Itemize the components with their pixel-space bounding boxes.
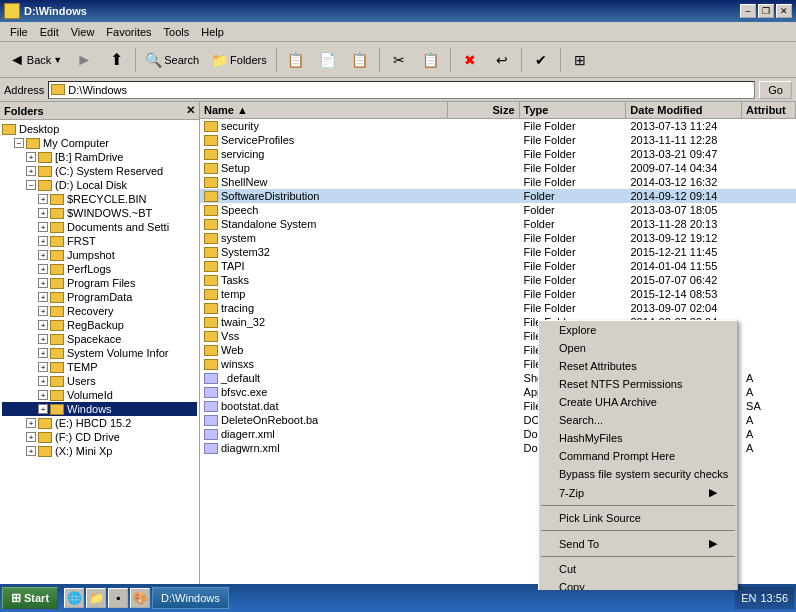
file-row[interactable]: Speech Folder 2013-03-07 18:05: [200, 203, 796, 217]
taskbar-icon-4[interactable]: 🎨: [130, 588, 150, 608]
back-button[interactable]: ◄ Back ▼: [4, 45, 67, 75]
tree-expand-btn[interactable]: +: [38, 306, 48, 316]
tree-expand-btn[interactable]: +: [38, 236, 48, 246]
context-menu-item[interactable]: Search...: [539, 411, 737, 429]
context-menu-item[interactable]: Create UHA Archive: [539, 393, 737, 411]
menu-edit[interactable]: Edit: [34, 24, 65, 40]
file-row[interactable]: tracing File Folder 2013-09-07 02:04: [200, 301, 796, 315]
context-menu-item[interactable]: Pick Link Source: [539, 509, 737, 527]
context-menu-item[interactable]: Cut: [539, 560, 737, 578]
file-row[interactable]: security File Folder 2013-07-13 11:24: [200, 119, 796, 133]
tree-item[interactable]: + PerfLogs: [2, 262, 197, 276]
taskbar-icon-3[interactable]: ▪: [108, 588, 128, 608]
menu-tools[interactable]: Tools: [158, 24, 196, 40]
menu-view[interactable]: View: [65, 24, 101, 40]
tree-expand-btn[interactable]: +: [26, 166, 36, 176]
copy-button[interactable]: 📄: [313, 45, 343, 75]
tree-expand-btn[interactable]: +: [26, 152, 36, 162]
file-row[interactable]: Tasks File Folder 2015-07-07 06:42: [200, 273, 796, 287]
file-row[interactable]: TAPI File Folder 2014-01-04 11:55: [200, 259, 796, 273]
tree-expand-btn[interactable]: +: [38, 376, 48, 386]
move-button[interactable]: 📋: [281, 45, 311, 75]
paste-button[interactable]: 📋: [345, 45, 375, 75]
tree-item[interactable]: + System Volume Infor: [2, 346, 197, 360]
up-button[interactable]: ⬆: [101, 45, 131, 75]
context-menu-item[interactable]: Command Prompt Here: [539, 447, 737, 465]
context-menu-item[interactable]: HashMyFiles: [539, 429, 737, 447]
file-row[interactable]: Standalone System Folder 2013-11-28 20:1…: [200, 217, 796, 231]
restore-button[interactable]: ❐: [758, 4, 774, 18]
start-button[interactable]: ⊞ Start: [2, 587, 58, 609]
file-row[interactable]: System32 File Folder 2015-12-21 11:45: [200, 245, 796, 259]
undo-button[interactable]: ↩: [487, 45, 517, 75]
context-menu-item[interactable]: Reset Attributes: [539, 357, 737, 375]
menu-help[interactable]: Help: [195, 24, 230, 40]
menu-favorites[interactable]: Favorites: [100, 24, 157, 40]
properties-button[interactable]: ✔: [526, 45, 556, 75]
tree-expand-btn[interactable]: +: [38, 362, 48, 372]
file-row[interactable]: ServiceProfiles File Folder 2013-11-11 1…: [200, 133, 796, 147]
tree-expand-btn[interactable]: +: [38, 390, 48, 400]
folders-button[interactable]: 📁 Folders: [206, 45, 272, 75]
tree-item[interactable]: + (F:) CD Drive: [2, 430, 197, 444]
minimize-button[interactable]: –: [740, 4, 756, 18]
tree-expand-btn[interactable]: −: [26, 180, 36, 190]
col-name[interactable]: Name ▲: [200, 102, 448, 118]
tree-item[interactable]: + [B:] RamDrive: [2, 150, 197, 164]
context-menu-item[interactable]: Copy: [539, 578, 737, 590]
tree-item[interactable]: + (E:) HBCD 15.2: [2, 416, 197, 430]
context-menu-item[interactable]: Explore: [539, 321, 737, 339]
file-row[interactable]: Setup File Folder 2009-07-14 04:34: [200, 161, 796, 175]
tree-expand-btn[interactable]: +: [38, 348, 48, 358]
tree-expand-btn[interactable]: +: [38, 264, 48, 274]
file-row[interactable]: ShellNew File Folder 2014-03-12 16:32: [200, 175, 796, 189]
tree-item[interactable]: + ProgramData: [2, 290, 197, 304]
tree-expand-btn[interactable]: +: [38, 194, 48, 204]
search-button[interactable]: 🔍 Search: [140, 45, 204, 75]
taskbar-icon-2[interactable]: 📁: [86, 588, 106, 608]
tree-item[interactable]: + FRST: [2, 234, 197, 248]
tree-item[interactable]: + (X:) Mini Xp: [2, 444, 197, 458]
tree-item[interactable]: + Program Files: [2, 276, 197, 290]
context-menu-item[interactable]: Bypass file system security checks: [539, 465, 737, 483]
view-button[interactable]: ⊞: [565, 45, 595, 75]
menu-file[interactable]: File: [4, 24, 34, 40]
file-row[interactable]: servicing File Folder 2013-03-21 09:47: [200, 147, 796, 161]
taskbar-icon-1[interactable]: 🌐: [64, 588, 84, 608]
tree-expand-btn[interactable]: +: [26, 446, 36, 456]
tree-expand-btn[interactable]: +: [38, 334, 48, 344]
tree-item[interactable]: + $WINDOWS.~BT: [2, 206, 197, 220]
tree-expand-btn[interactable]: +: [38, 222, 48, 232]
tree-expand-btn[interactable]: −: [14, 138, 24, 148]
tree-item[interactable]: + RegBackup: [2, 318, 197, 332]
tree-expand-btn[interactable]: +: [38, 292, 48, 302]
tree-item[interactable]: − (D:) Local Disk: [2, 178, 197, 192]
tree-item[interactable]: + Spacekace: [2, 332, 197, 346]
col-type[interactable]: Type: [520, 102, 627, 118]
tree-item[interactable]: + Jumpshot: [2, 248, 197, 262]
col-date[interactable]: Date Modified: [626, 102, 742, 118]
tree-expand-btn[interactable]: +: [38, 320, 48, 330]
tree-item[interactable]: + Documents and Setti: [2, 220, 197, 234]
tree-expand-btn[interactable]: +: [38, 250, 48, 260]
close-button[interactable]: ✕: [776, 4, 792, 18]
tree-item[interactable]: + Users: [2, 374, 197, 388]
file-row[interactable]: system File Folder 2013-09-12 19:12: [200, 231, 796, 245]
tree-expand-btn[interactable]: +: [26, 418, 36, 428]
back-dropdown-icon[interactable]: ▼: [53, 55, 62, 65]
cut-tb-button[interactable]: ✂: [384, 45, 414, 75]
close-panel-button[interactable]: ✕: [186, 104, 195, 117]
go-button[interactable]: Go: [759, 81, 792, 99]
context-menu-item[interactable]: 7-Zip▶: [539, 483, 737, 502]
tree-expand-btn[interactable]: +: [38, 278, 48, 288]
tree-expand-btn[interactable]: +: [38, 404, 48, 414]
address-input[interactable]: [68, 84, 752, 96]
tree-item[interactable]: + $RECYCLE.BIN: [2, 192, 197, 206]
tree-item[interactable]: + (C:) System Reserved: [2, 164, 197, 178]
col-attr[interactable]: Attribut: [742, 102, 796, 118]
tree-expand-btn[interactable]: +: [26, 432, 36, 442]
windows-taskbar-button[interactable]: D:\Windows: [152, 587, 229, 609]
tree-item[interactable]: + TEMP: [2, 360, 197, 374]
tree-item[interactable]: Desktop: [2, 122, 197, 136]
tree-item[interactable]: + Recovery: [2, 304, 197, 318]
